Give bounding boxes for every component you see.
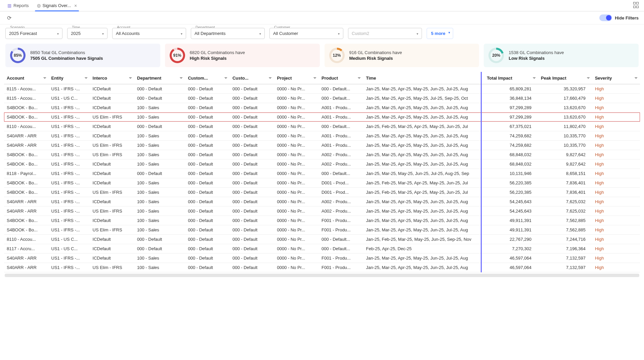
table-cell: 000 - Default [185, 254, 230, 263]
more-filters-button[interactable]: 5 more [427, 28, 453, 39]
filter-icon[interactable]: ⏷ [84, 76, 88, 80]
column-header[interactable]: Entity⏷ [49, 72, 90, 84]
filter-icon[interactable]: ⏷ [268, 76, 272, 80]
filter-customer-select[interactable]: All Customer [269, 28, 343, 39]
table-row[interactable]: 8115 - Accou...US1 - US C...ICDefault000… [4, 94, 640, 103]
kpi-high-pct: 91% [173, 53, 181, 58]
table-row[interactable]: 8118 - Payrol...US1 - IFRS -...ICDefault… [4, 169, 640, 178]
table-cell: US Elim - IFRS [90, 225, 135, 235]
table-cell: ICDefault [90, 197, 135, 207]
column-header[interactable]: Account⏷ [4, 72, 49, 84]
filter-account-select[interactable]: All Accounts [112, 28, 186, 39]
collapse-panels-button[interactable] [633, 2, 640, 9]
horizontal-scrollbar[interactable] [5, 274, 639, 277]
filter-scenario-select[interactable]: 2025 Forecast [5, 28, 62, 39]
table-cell: 7,836,401 [538, 188, 592, 197]
table-cell: Jan-25, Mar-25, Apr-25, May-25, Jun-25, … [363, 113, 484, 122]
table-row[interactable]: S4BOOK - Bo...US1 - IFRS -...US Elim - I… [4, 225, 640, 235]
filter-icon[interactable]: ⏷ [587, 76, 590, 80]
table-cell: 10,335,770 [538, 131, 592, 141]
filter-time-select[interactable]: 2025 [67, 28, 108, 39]
column-header-label: Interco [93, 76, 107, 81]
filter-icon[interactable]: ⏷ [313, 76, 317, 80]
table-cell: 100 - Sales [134, 141, 185, 150]
table-row[interactable]: S4BOOK - Bo...US1 - IFRS -...ICDefault10… [4, 103, 640, 113]
table-row[interactable]: 8110 - Accou...US1 - US C...ICDefault000… [4, 235, 640, 244]
column-header[interactable]: Department⏷ [134, 72, 185, 84]
tab-signals-overview[interactable]: ◎ Signals Over... × [33, 0, 81, 11]
filter-icon[interactable]: ⏷ [634, 76, 638, 80]
table-row[interactable]: S4BOOK - Bo...US1 - IFRS -...ICDefault10… [4, 160, 640, 169]
column-header[interactable]: Interco⏷ [90, 72, 135, 84]
signals-icon: ◎ [37, 3, 41, 8]
filter-icon[interactable]: ⏷ [129, 76, 132, 80]
hide-filters-toggle[interactable] [599, 14, 612, 21]
column-header[interactable]: Peak Impact⏷ [538, 72, 592, 84]
filter-icon[interactable]: ⏷ [224, 76, 228, 80]
kpi-med-pct: 12% [333, 53, 341, 58]
refresh-button[interactable]: ⟳ [5, 14, 13, 21]
table-row[interactable]: S40ARR - ARRUS1 - IFRS -...US Elim - IFR… [4, 263, 640, 272]
column-header[interactable]: Severity⏷ [592, 72, 640, 84]
table-cell: S40ARR - ARR [4, 197, 49, 207]
table-cell: 8117 - Accru... [4, 244, 49, 254]
table-cell: 000 - Default [185, 188, 230, 197]
column-header[interactable]: Custo...⏷ [230, 72, 274, 84]
table-cell: 0000 - No Pr... [274, 178, 319, 188]
column-header[interactable]: Time [363, 72, 484, 84]
table-cell: US1 - IFRS -... [49, 113, 90, 122]
table-cell: 97,299,289 [484, 113, 538, 122]
table-cell: Jan-25, Mar-25, Apr-25, May-25, Jun-25, … [363, 225, 484, 235]
table-row[interactable]: S4BOOK - Bo...US1 - IFRS -...US Elim - I… [4, 188, 640, 197]
table-row[interactable]: S4BOOK - Bo...US1 - IFRS -...ICDefault10… [4, 178, 640, 188]
table-cell: 000 - Default [230, 113, 274, 122]
filter-department-select[interactable]: All Departments [191, 28, 265, 39]
table-row[interactable]: S4BOOK - Bo...US1 - IFRS -...US Elim - I… [4, 113, 640, 122]
kpi-medium-risk: 12% 916 GL Combinations have Medium Risk… [325, 44, 479, 67]
table-cell: ICDefault [90, 235, 135, 244]
kpi-total-line2: 7505 GL Combination have Signals [30, 56, 103, 61]
table-cell: Jan-25, Mar-25, Apr-25, May-25, Jun-25, … [363, 216, 484, 225]
table-row[interactable]: S40ARR - ARRUS1 - IFRS -...US Elim - IFR… [4, 141, 640, 150]
table-cell: 0000 - No Pr... [274, 122, 319, 131]
table-row[interactable]: S40ARR - ARRUS1 - IFRS -...ICDefault100 … [4, 197, 640, 207]
column-header-label: Product [321, 76, 338, 81]
table-cell: 7,132,597 [538, 263, 592, 272]
table-cell: Jan-25, Mar-25, Apr-25, May-25, Jun-25, … [363, 160, 484, 169]
table-cell: 000 - Default [230, 254, 274, 263]
table-cell: Jan-25, Mar-25, Apr-25, May-25, Jun-25, … [363, 131, 484, 141]
filter-icon[interactable]: ⏷ [179, 76, 183, 80]
table-row[interactable]: S40ARR - ARRUS1 - IFRS -...ICDefault100 … [4, 131, 640, 141]
column-header[interactable]: Custom...⏷ [185, 72, 230, 84]
table-cell: 0000 - No Pr... [274, 225, 319, 235]
table-row[interactable]: S4BOOK - Bo...US1 - IFRS -...US Elim - I… [4, 150, 640, 160]
table-cell: 000 - Default [230, 160, 274, 169]
tab-reports[interactable]: ▥ Reports [3, 0, 33, 11]
table-cell: ICDefault [90, 122, 135, 131]
filter-custom2-select[interactable]: Custom2 [348, 28, 422, 39]
table-cell: S4BOOK - Bo... [4, 178, 49, 188]
table-cell: Jan-25, Mar-25, May-25, Jun-25, Jul-25, … [363, 169, 484, 178]
table-row[interactable]: S40ARR - ARRUS1 - IFRS -...ICDefault100 … [4, 254, 640, 263]
column-header[interactable]: Project⏷ [274, 72, 319, 84]
column-header[interactable]: Product⏷ [319, 72, 363, 84]
table-cell: 000 - Default [134, 235, 185, 244]
table-cell: High [592, 131, 640, 141]
filter-icon[interactable]: ⏷ [43, 76, 47, 80]
close-icon[interactable]: × [74, 3, 77, 8]
filter-icon[interactable]: ⏷ [532, 76, 536, 80]
table-row[interactable]: 8110 - Accou...US1 - IFRS -...ICDefault0… [4, 122, 640, 131]
table-cell: ICDefault [90, 94, 135, 103]
table-row[interactable]: S4BOOK - Bo...US1 - IFRS -...ICDefault10… [4, 216, 640, 225]
column-header[interactable]: Total Impact⏷ [484, 72, 538, 84]
table-row[interactable]: 8117 - Accru...US1 - US C...ICDefault000… [4, 244, 640, 254]
table-cell: S4BOOK - Bo... [4, 225, 49, 235]
table-cell: 9,827,642 [538, 160, 592, 169]
table-cell: 46,597,064 [484, 254, 538, 263]
table-cell: 0000 - No Pr... [274, 207, 319, 216]
table-row[interactable]: S40ARR - ARRUS1 - IFRS -...US Elim - IFR… [4, 207, 640, 216]
table-cell: 0000 - No Pr... [274, 141, 319, 150]
filter-icon[interactable]: ⏷ [357, 76, 361, 80]
table-cell: High [592, 254, 640, 263]
table-row[interactable]: 8115 - Accou...US1 - IFRS -...ICDefault0… [4, 84, 640, 94]
